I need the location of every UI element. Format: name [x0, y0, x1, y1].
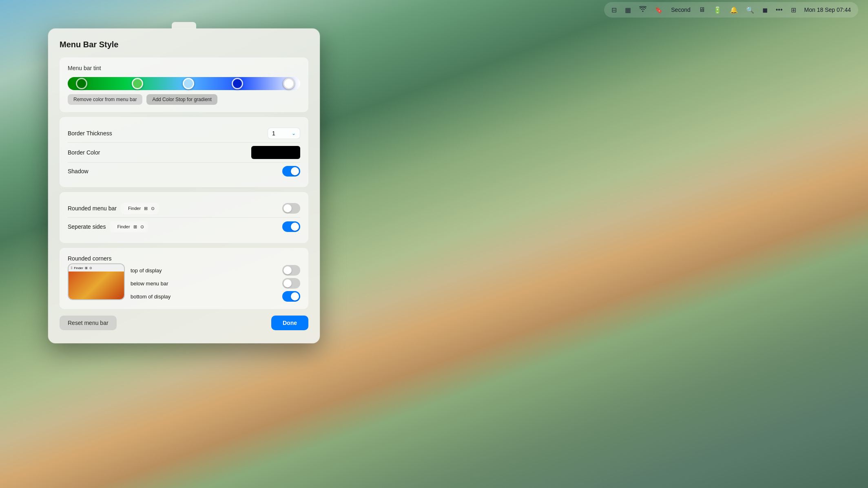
grid-icon: ⊞: [791, 6, 796, 14]
border-thickness-row: Border Thickness 1 ⌄: [68, 124, 300, 143]
rounded-menu-bar-control: Rounded menu bar Finder ⊞ ⊙: [68, 203, 159, 214]
menu-bar-tint-section: Menu bar tint Remove color from menu bar…: [60, 57, 308, 112]
preview-finder-text: Finder: [128, 206, 141, 211]
preview-icon-4: ⊙: [140, 224, 144, 230]
below-menu-bar-row: below menu bar: [131, 278, 300, 289]
border-color-label: Border Color: [68, 149, 100, 156]
shadow-toggle-knob: [291, 167, 299, 175]
rounded-menu-toggle-knob: [283, 204, 292, 212]
below-menubar-knob: [283, 279, 292, 287]
preview-finder-text-2: Finder: [117, 224, 130, 229]
color-stop-5[interactable]: [283, 78, 294, 89]
rounded-corners-container: Rounded corners: [68, 255, 300, 262]
rounded-corners-section: Rounded corners  Finder ⊞ ⊙ top of disp…: [60, 248, 308, 309]
rounded-menu-bar-row: Rounded menu bar Finder ⊞ ⊙: [68, 199, 300, 218]
separate-sides-label: Seperate sides: [68, 223, 106, 230]
gradient-buttons: Remove color from menu bar Add Color Sto…: [68, 94, 300, 105]
menubar: ⊟ ▦ 🔖 Second 🖥 🔋 🔔 🔍 ◼ ••• ⊞ Mon 18 Sep …: [0, 0, 868, 20]
bookmark-icon: 🔖: [655, 6, 663, 14]
rounded-corners-preview:  Finder ⊞ ⊙: [68, 263, 125, 300]
wifi-icon: [639, 6, 647, 13]
separate-sides-toggle[interactable]: [282, 221, 300, 232]
preview-icon-3: ⊞: [133, 224, 137, 230]
dots-icon: •••: [776, 6, 783, 13]
top-display-knob: [283, 266, 292, 274]
dialog-footer: Reset menu bar Done: [60, 316, 308, 330]
shadow-row: Shadow: [68, 163, 300, 180]
menubar-pill: ⊟ ▦ 🔖 Second 🖥 🔋 🔔 🔍 ◼ ••• ⊞ Mon 18 Sep …: [604, 2, 858, 18]
top-display-label: top of display: [131, 267, 162, 274]
second-label: Second: [671, 7, 690, 13]
bottom-display-toggle[interactable]: [282, 291, 300, 302]
separate-sides-control: Seperate sides Finder ⊞ ⊙: [68, 221, 148, 232]
menubar-icon-2: ▦: [625, 6, 631, 14]
dialog-notch: [172, 22, 196, 29]
datetime: Mon 18 Sep 07:44: [804, 7, 851, 13]
preview-screen: [69, 272, 124, 299]
bottom-display-label: bottom of display: [131, 294, 170, 300]
border-color-row: Border Color: [68, 143, 300, 163]
rounded-menu-section: Rounded menu bar Finder ⊞ ⊙ Seperate sid…: [60, 192, 308, 243]
add-color-stop-button[interactable]: Add Color Stop for gradient: [146, 94, 217, 105]
rounded-corners-options: top of display below menu bar bottom of …: [131, 263, 300, 302]
rounded-menu-bar-label: Rounded menu bar: [68, 205, 117, 212]
top-display-toggle[interactable]: [282, 265, 300, 276]
menu-bar-style-dialog: Menu Bar Style Menu bar tint Remove colo…: [48, 29, 320, 343]
top-of-display-row: top of display: [131, 265, 300, 276]
dialog-title: Menu Bar Style: [60, 40, 308, 49]
tint-section-label: Menu bar tint: [68, 65, 300, 71]
rounded-corners-label: Rounded corners: [68, 255, 111, 262]
preview-icon-2: ⊙: [151, 206, 155, 211]
rounded-menu-preview: Finder ⊞ ⊙: [121, 203, 159, 214]
color-stop-2[interactable]: [132, 78, 143, 89]
below-menubar-label: below menu bar: [131, 280, 168, 287]
gradient-bar-container: [68, 77, 300, 90]
border-thickness-label: Border Thickness: [68, 130, 112, 137]
shadow-label: Shadow: [68, 168, 89, 174]
remove-color-button[interactable]: Remove color from menu bar: [68, 94, 142, 105]
bottom-display-knob: [291, 292, 299, 300]
color-stop-4[interactable]: [232, 78, 243, 89]
below-menubar-toggle[interactable]: [282, 278, 300, 289]
rounded-menu-toggle[interactable]: [282, 203, 300, 214]
gradient-bar[interactable]: [68, 77, 300, 90]
done-button[interactable]: Done: [271, 316, 308, 330]
menubar-icon-1: ⊟: [611, 6, 617, 14]
display-icon: 🖥: [699, 6, 705, 13]
color-stop-3[interactable]: [183, 78, 194, 89]
reset-menu-bar-button[interactable]: Reset menu bar: [60, 316, 117, 330]
shadow-toggle[interactable]: [282, 166, 300, 177]
bottom-of-display-row: bottom of display: [131, 291, 300, 302]
preview-menubar:  Finder ⊞ ⊙: [69, 264, 124, 272]
battery-icon: 🔋: [713, 6, 722, 14]
separate-sides-row: Seperate sides Finder ⊞ ⊙: [68, 218, 300, 236]
notification-icon: 🔔: [730, 6, 738, 14]
dropdown-value: 1: [272, 130, 275, 137]
color-stop-1[interactable]: [76, 78, 87, 89]
search-icon[interactable]: 🔍: [746, 6, 754, 14]
dropbox-icon: ◼: [762, 6, 768, 14]
dropdown-arrow-icon: ⌄: [292, 130, 296, 136]
separate-sides-preview: Finder ⊞ ⊙: [110, 221, 148, 232]
preview-icon-1: ⊞: [144, 206, 148, 211]
border-color-swatch[interactable]: [251, 146, 300, 159]
border-section: Border Thickness 1 ⌄ Border Color Shadow: [60, 117, 308, 187]
separate-sides-toggle-knob: [291, 223, 299, 231]
border-thickness-dropdown[interactable]: 1 ⌄: [268, 128, 300, 139]
